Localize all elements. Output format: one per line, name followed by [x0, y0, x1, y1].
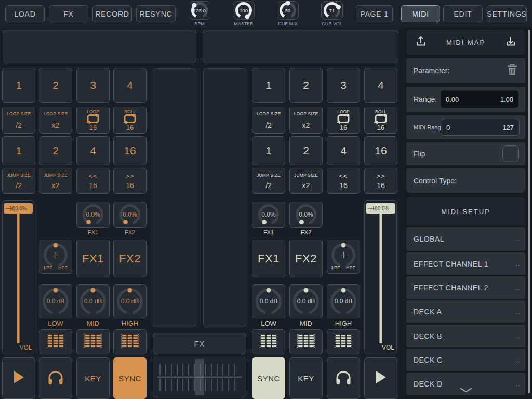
deck-a-volume-slider[interactable]: 100.0% VOL [2, 200, 34, 354]
cue-mix-knob[interactable]: 50 CUE MIX [277, 1, 299, 20]
setup-row-deck-c[interactable]: DECK C .. [406, 349, 525, 371]
deck-b-jump-pad-16[interactable]: 16 [364, 136, 397, 165]
deck-b-hotcue-pad-3[interactable]: 3 [327, 68, 360, 103]
deck-a-eq-high-knob[interactable]: 0.0 dB [113, 284, 147, 318]
deck-b-headphone-cue-button[interactable] [327, 357, 360, 399]
deck-a-eq-mid-knob[interactable]: 0.0 dB [76, 284, 110, 318]
range-input[interactable]: 0.00 1.00 [441, 91, 518, 108]
deck-a-jump-pad-16[interactable]: 16 [113, 136, 147, 165]
deck-b-jump-half-button[interactable]: JUMP SIZE /2 [252, 168, 285, 194]
volume-slider-handle[interactable]: 100.0% [366, 203, 395, 214]
deck-b-fx1-amount-knob[interactable]: 0.0% [252, 202, 285, 228]
deck-a-jump-pad-4[interactable]: 4 [76, 136, 110, 165]
deck-b-loop-half-button[interactable]: LOOP SIZE /2 [252, 107, 285, 134]
deck-a-filter-knob[interactable]: -|- LPF HPF [39, 240, 72, 274]
deck-a-fx1-amount-knob[interactable]: 0.0% [76, 202, 110, 228]
deck-a-loop-button[interactable]: LOOP 16 [76, 107, 110, 134]
setup-row-deck-a[interactable]: DECK A .. [406, 300, 525, 323]
midi-tab-button[interactable]: MIDI [401, 5, 440, 22]
export-midi-map-icon[interactable] [415, 35, 427, 49]
deck-b-hotcue-pad-4[interactable]: 4 [364, 68, 397, 103]
deck-b-waveform-display[interactable] [203, 30, 398, 63]
deck-b-jump-pad-2[interactable]: 2 [289, 136, 323, 165]
import-midi-map-icon[interactable] [504, 35, 517, 49]
scroll-down-chevron-icon[interactable] [459, 387, 473, 394]
setup-row-deck-b[interactable]: DECK B .. [406, 325, 525, 347]
deck-b-eq-low-knob[interactable]: 0.0 dB [252, 284, 285, 318]
deck-b-eq-high-knob[interactable]: 0.0 dB [327, 284, 360, 318]
deck-a-jump-forward-button[interactable]: >> 16 [113, 168, 147, 194]
deck-a-eq-kill-mid-button[interactable] [76, 329, 110, 354]
volume-slider-handle[interactable]: 100.0% [4, 203, 33, 214]
deck-b-volume-slider[interactable]: 100.0% VOL [364, 200, 397, 354]
deck-b-fx1-button[interactable]: FX1 [252, 240, 285, 277]
midi-range-input[interactable]: 0 127 [441, 119, 520, 136]
deck-a-waveform-display[interactable] [3, 30, 196, 63]
deck-a-loop-half-button[interactable]: LOOP SIZE /2 [2, 107, 35, 134]
deck-b-jump-pad-4[interactable]: 4 [327, 136, 360, 165]
crossfader[interactable] [153, 357, 246, 397]
deck-b-eq-kill-low-button[interactable] [252, 329, 285, 354]
deck-b-key-button[interactable]: KEY [289, 357, 323, 399]
deck-a-jump-half-button[interactable]: JUMP SIZE /2 [2, 168, 35, 194]
deck-a-jump-pad-1[interactable]: 1 [2, 136, 35, 165]
deck-a-fx2-button[interactable]: FX2 [113, 240, 147, 277]
deck-b-hotcue-pad-1[interactable]: 1 [252, 68, 285, 103]
deck-a-jump-pad-2[interactable]: 2 [39, 136, 72, 165]
page-1-button[interactable]: PAGE 1 [356, 5, 393, 22]
deck-b-jump-forward-button[interactable]: >> 16 [364, 168, 397, 194]
deck-b-jump-double-button[interactable]: JUMP SIZE x2 [289, 168, 323, 194]
flip-checkbox[interactable] [502, 145, 519, 162]
deck-b-sync-button-active[interactable]: SYNC [252, 357, 285, 399]
deck-a-jump-back-button[interactable]: << 16 [76, 168, 110, 194]
deck-a-loop-double-button[interactable]: LOOP SIZE x2 [39, 107, 72, 134]
deck-b-eq-kill-mid-button[interactable] [289, 329, 323, 354]
cue-vol-knob[interactable]: 71 CUE VOL [321, 1, 343, 20]
mixer-fx-button[interactable]: FX [153, 332, 246, 354]
range-max-value[interactable]: 1.00 [500, 96, 513, 103]
deck-a-fx2-amount-knob[interactable]: 0.0% [113, 202, 147, 228]
deck-a-fx1-button[interactable]: FX1 [76, 240, 110, 277]
deck-b-fx2-amount-knob[interactable]: 0.0% [289, 202, 323, 228]
deck-a-eq-kill-low-button[interactable] [39, 329, 72, 354]
deck-a-hotcue-pad-4[interactable]: 4 [113, 68, 147, 103]
delete-mapping-icon[interactable] [507, 63, 518, 78]
deck-b-play-button[interactable] [364, 357, 397, 399]
resync-button[interactable]: RESYNC [136, 5, 176, 22]
deck-b-loop-button[interactable]: LOOP 16 [327, 107, 360, 134]
control-type-row[interactable]: Control Type: [406, 168, 525, 193]
deck-a-hotcue-pad-1[interactable]: 1 [2, 68, 35, 103]
setup-row-global[interactable]: GLOBAL .. [406, 227, 525, 251]
deck-a-eq-low-knob[interactable]: 0.0 dB [39, 284, 72, 318]
deck-b-filter-knob[interactable]: -|- LPF HPF [327, 240, 360, 274]
deck-a-roll-button[interactable]: ROLL 16 [113, 107, 147, 134]
setup-row-effect-channel-1[interactable]: EFFECT CHANNEL 1 .. [406, 252, 525, 275]
deck-b-hotcue-pad-2[interactable]: 2 [289, 68, 323, 103]
record-button[interactable]: RECORD [92, 5, 132, 22]
deck-b-loop-double-button[interactable]: LOOP SIZE x2 [289, 107, 323, 134]
deck-b-roll-button[interactable]: ROLL 16 [364, 107, 397, 134]
crossfader-handle[interactable] [195, 359, 204, 395]
deck-a-hotcue-pad-2[interactable]: 2 [39, 68, 72, 103]
bpm-knob[interactable]: 125.0 BPM [189, 1, 210, 20]
edit-tab-button[interactable]: EDIT [443, 5, 483, 22]
deck-b-eq-mid-knob[interactable]: 0.0 dB [289, 284, 323, 318]
deck-b-eq-kill-high-button[interactable] [327, 329, 360, 354]
sidebar-scrollbar[interactable] [528, 30, 530, 393]
master-knob[interactable]: 100 MASTER [233, 1, 255, 20]
deck-a-eq-kill-high-button[interactable] [113, 329, 147, 354]
deck-b-fx2-button[interactable]: FX2 [289, 240, 323, 277]
fx-toggle-button[interactable]: FX [49, 5, 88, 22]
settings-tab-button[interactable]: SETTINGS [487, 5, 527, 22]
deck-b-jump-pad-1[interactable]: 1 [252, 136, 285, 165]
deck-a-key-button[interactable]: KEY [76, 357, 110, 399]
deck-a-sync-button-active[interactable]: SYNC [113, 357, 147, 399]
deck-b-jump-back-button[interactable]: << 16 [327, 168, 360, 194]
range-min-value[interactable]: 0.00 [446, 96, 459, 103]
setup-row-effect-channel-2[interactable]: EFFECT CHANNEL 2 .. [406, 276, 525, 299]
midi-range-min-value[interactable]: 0 [446, 124, 450, 131]
deck-a-hotcue-pad-3[interactable]: 3 [76, 68, 110, 103]
midi-range-max-value[interactable]: 127 [502, 124, 514, 131]
deck-a-jump-double-button[interactable]: JUMP SIZE x2 [39, 168, 72, 194]
load-button[interactable]: LOAD [5, 5, 45, 22]
